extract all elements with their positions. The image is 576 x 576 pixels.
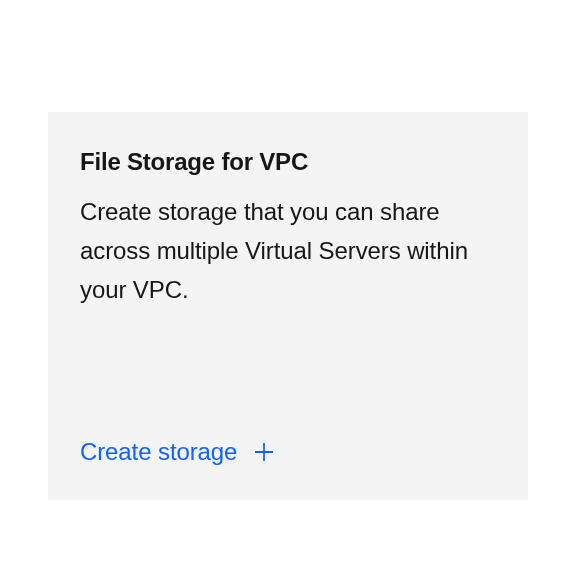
card-description: Create storage that you can share across… — [80, 193, 496, 310]
create-storage-link[interactable]: Create storage — [80, 438, 496, 466]
create-storage-label: Create storage — [80, 438, 237, 466]
card-title: File Storage for VPC — [80, 146, 496, 177]
plus-icon — [255, 443, 273, 461]
file-storage-card: File Storage for VPC Create storage that… — [48, 112, 528, 500]
